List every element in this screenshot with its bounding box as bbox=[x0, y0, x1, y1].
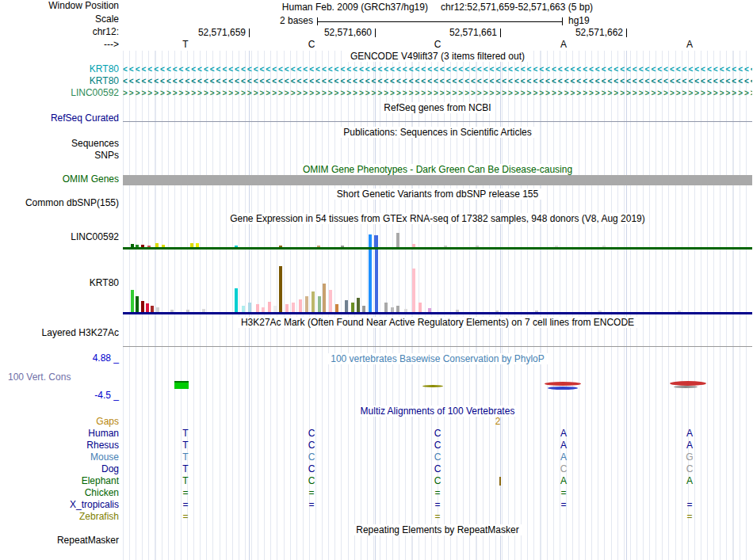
gtex-bar bbox=[345, 300, 348, 312]
label-species-mouse[interactable]: Mouse bbox=[0, 452, 119, 463]
alignment-base-chicken: = bbox=[560, 488, 566, 498]
label-species-dog[interactable]: Dog bbox=[0, 464, 119, 474]
label-dbsnp[interactable]: Common dbSNP(155) bbox=[0, 198, 119, 208]
alignment-base-elephant: A bbox=[686, 476, 693, 486]
label-chr: chr12: bbox=[0, 27, 119, 37]
gtex-bar bbox=[273, 306, 277, 312]
alignment-base-zebrafish: = bbox=[434, 512, 440, 522]
scale-value: 2 bases bbox=[218, 15, 313, 26]
label-win: Window Position bbox=[0, 1, 119, 11]
track-title-gtex: Gene Expression in 54 tissues from GTEx … bbox=[123, 213, 752, 224]
label-species-rhesus[interactable]: Rhesus bbox=[0, 440, 119, 451]
label-species-zebrafish[interactable]: Zebrafish bbox=[0, 512, 119, 522]
label-vert_cons[interactable]: 100 Vert. Cons bbox=[0, 372, 119, 383]
label-linc[interactable]: LINC00592 bbox=[0, 88, 119, 98]
alignment-base-dog: C bbox=[434, 464, 441, 474]
alignment-base-dog: T bbox=[182, 464, 188, 474]
assembly-short-label: hg19 bbox=[568, 15, 590, 26]
label-gaps[interactable]: Gaps bbox=[0, 417, 119, 427]
position-range: chr12:52,571,659-52,571,663 (5 bp) bbox=[441, 2, 593, 13]
label-rmsk[interactable]: RepeatMasker bbox=[0, 535, 119, 546]
label-species-human[interactable]: Human bbox=[0, 429, 119, 439]
alignment-base-chicken: = bbox=[434, 488, 440, 498]
alignment-base-x_tropicalis: = bbox=[182, 500, 188, 510]
alignment-base-x_tropicalis: = bbox=[308, 500, 314, 510]
conservation-mark bbox=[422, 385, 443, 387]
alignment-base-dog: C bbox=[308, 464, 315, 474]
conservation-track[interactable] bbox=[123, 364, 752, 401]
alignment-base-rhesus: C bbox=[434, 440, 441, 451]
omim-genes-bar[interactable] bbox=[123, 175, 752, 185]
conservation-mark bbox=[174, 381, 189, 383]
alignment-base-dog: C bbox=[560, 464, 568, 474]
gtex-chart-krt80[interactable] bbox=[123, 233, 752, 314]
label-species-chicken[interactable]: Chicken bbox=[0, 488, 119, 498]
gtex-bar bbox=[329, 290, 332, 312]
alignment-base-chicken: = bbox=[182, 488, 188, 498]
track-title-repeatmasker: Repeating Elements by RepeatMasker bbox=[123, 524, 752, 535]
ruler-tick bbox=[500, 29, 501, 37]
alignment-base-human: A bbox=[560, 429, 567, 439]
gtex-bar bbox=[268, 302, 271, 312]
alignment-base-elephant: T bbox=[182, 476, 188, 486]
gtex-bar bbox=[141, 301, 144, 312]
label-species-x_tropicalis[interactable]: X_tropicalis bbox=[0, 500, 119, 510]
h3k27ac-track-line bbox=[123, 346, 752, 347]
label-strand: ---> bbox=[0, 40, 119, 50]
label-gtex_linc[interactable]: LINC00592 bbox=[0, 232, 119, 242]
insert-tick bbox=[499, 477, 501, 486]
track-title-h3k27ac: H3K27Ac Mark (Often Found Near Active Re… bbox=[123, 317, 752, 328]
label-snps[interactable]: SNPs bbox=[0, 150, 119, 161]
gtex-bar bbox=[335, 304, 338, 312]
track-title-multiz: Multiz Alignments of 100 Vertebrates bbox=[123, 406, 752, 417]
ruler-tick bbox=[626, 29, 627, 37]
refseq-curated-track-line bbox=[123, 121, 752, 122]
gene-item-krt80-0[interactable]: <<<<<<<<<<<<<<<<<<<<<<<<<<<<<<<<<<<<<<<<… bbox=[123, 64, 752, 74]
gene-item-linc00592-2[interactable]: >>>>>>>>>>>>>>>>>>>>>>>>>>>>>>>>>>>>>>>>… bbox=[123, 88, 752, 98]
base-letter: C bbox=[434, 40, 441, 50]
gtex-bar bbox=[412, 269, 415, 312]
gene-item-krt80-1[interactable]: <<<<<<<<<<<<<<<<<<<<<<<<<<<<<<<<<<<<<<<<… bbox=[123, 76, 752, 86]
conservation-mark bbox=[674, 386, 698, 388]
gtex-bar bbox=[396, 306, 399, 312]
gtex-bar bbox=[279, 266, 282, 312]
scale-bar-line bbox=[318, 21, 562, 22]
gtex-bar bbox=[151, 306, 154, 312]
alignment-base-rhesus: A bbox=[686, 440, 693, 451]
label-refseq[interactable]: RefSeq Curated bbox=[0, 113, 119, 124]
label-krt80b[interactable]: KRT80 bbox=[0, 76, 119, 86]
base-letter: T bbox=[182, 40, 188, 50]
label-h3k27ac[interactable]: Layered H3K27Ac bbox=[0, 328, 119, 338]
alignment-base-human: C bbox=[308, 429, 315, 439]
label-gtex_krt[interactable]: KRT80 bbox=[0, 278, 119, 288]
ruler-coordinate: 52,571,659 bbox=[144, 27, 246, 38]
track-title-refseq: RefSeq genes from NCBI bbox=[123, 102, 752, 113]
alignment-base-chicken: = bbox=[308, 488, 314, 498]
genome-browser: Window PositionScalechr12:--->KRT80KRT80… bbox=[0, 0, 753, 560]
ruler-coordinate: 52,571,662 bbox=[522, 27, 623, 38]
scale-bar bbox=[317, 17, 563, 25]
label-species-elephant[interactable]: Elephant bbox=[0, 476, 119, 486]
label-krt80a[interactable]: KRT80 bbox=[0, 64, 119, 74]
gtex-bar bbox=[351, 303, 354, 312]
alignment-base-x_tropicalis: = bbox=[686, 500, 692, 510]
gtex-bar bbox=[136, 296, 139, 312]
gtex-bar bbox=[419, 303, 422, 312]
gtex-bar bbox=[285, 304, 289, 312]
gtex-bar bbox=[292, 303, 295, 312]
label-seqs[interactable]: Sequences bbox=[0, 139, 119, 149]
track-label-column: Window PositionScalechr12:--->KRT80KRT80… bbox=[0, 0, 121, 560]
assembly-title: Human Feb. 2009 (GRCh37/hg19) bbox=[282, 2, 428, 13]
track-title-publications: Publications: Sequences in Scientific Ar… bbox=[123, 127, 752, 138]
gtex-bar bbox=[318, 296, 321, 312]
alignment-base-human: A bbox=[686, 429, 693, 439]
alignment-base-dog: C bbox=[686, 464, 694, 474]
ruler-tick bbox=[375, 29, 376, 37]
gtex-bar bbox=[248, 303, 251, 312]
gtex-bar bbox=[384, 303, 388, 312]
label-cons_min: -4.5 _ bbox=[0, 390, 119, 401]
alignment-base-elephant: C bbox=[308, 476, 315, 486]
gtex-bar bbox=[357, 298, 360, 312]
label-omim[interactable]: OMIM Genes bbox=[0, 174, 119, 185]
alignment-base-mouse: C bbox=[308, 452, 315, 463]
